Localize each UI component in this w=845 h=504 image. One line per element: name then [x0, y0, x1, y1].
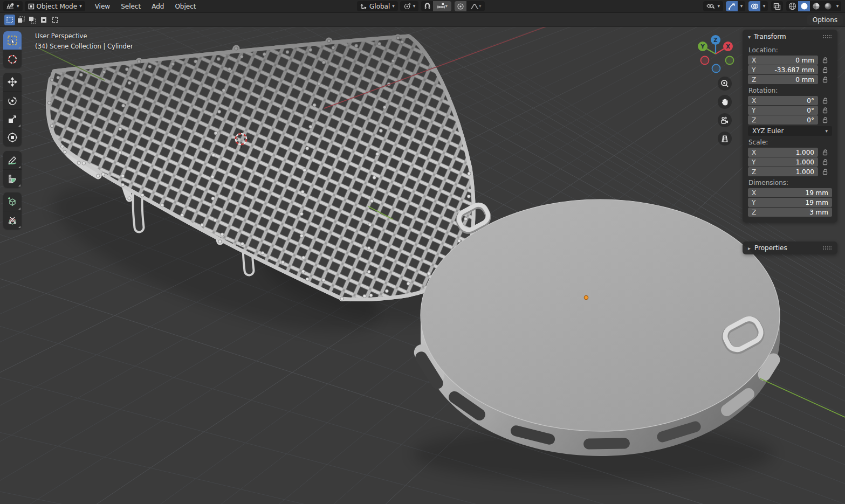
- show-overlays-toggle[interactable]: [748, 1, 760, 11]
- properties-panel-collapsed[interactable]: ▸ Properties: [743, 241, 837, 254]
- select-mode-new-button[interactable]: [4, 15, 15, 25]
- rot-rows-x-field[interactable]: X0°: [748, 96, 818, 105]
- pivot-point-icon: [403, 3, 411, 10]
- axis-letter: Y: [752, 107, 755, 114]
- value-row-y: Y1.000: [748, 157, 832, 167]
- loc-rows-z-field[interactable]: Z0 mm: [748, 75, 818, 84]
- move-tool-icon: [7, 77, 18, 87]
- select-mode-extend-button[interactable]: [16, 15, 26, 25]
- snap-toggle-button[interactable]: [421, 1, 433, 11]
- cursor-tool-button[interactable]: [3, 50, 22, 68]
- transform-panel-header[interactable]: ▾ Transform: [748, 30, 832, 44]
- move-tool-button[interactable]: [3, 73, 22, 91]
- dim-rows-z-field[interactable]: Z3 mm: [748, 208, 832, 217]
- falloff-dropdown[interactable]: ▾: [466, 1, 485, 11]
- object-visibility-dropdown[interactable]: ▾: [703, 1, 723, 11]
- cut-tool-button[interactable]: [3, 211, 22, 229]
- chevron-down-icon: ▾: [763, 4, 766, 9]
- subtool-indicator: [18, 166, 20, 168]
- pan-hand-button[interactable]: [718, 95, 732, 109]
- viewport-3d[interactable]: User Perspective (34) Scene Collection |…: [0, 27, 845, 504]
- shading-dropdown[interactable]: ▾: [834, 1, 841, 11]
- menu-view[interactable]: View: [90, 1, 115, 12]
- rot-rows-y-field[interactable]: Y0°: [748, 106, 818, 115]
- show-gizmo-toggle[interactable]: [726, 1, 738, 11]
- loc-rows-x-field[interactable]: X0 mm: [748, 56, 818, 65]
- select-mode-group: [4, 15, 61, 25]
- loc-rows-y-field[interactable]: Y-33.687 mm: [748, 65, 818, 74]
- shading-rendered-button[interactable]: [822, 1, 834, 11]
- dimensions-label: Dimensions:: [748, 179, 832, 187]
- menu-object[interactable]: Object: [169, 1, 201, 12]
- camera-view-button[interactable]: [718, 113, 732, 127]
- axis-letter: Z: [752, 116, 756, 124]
- scale-rows-z-field[interactable]: Z1.000: [748, 167, 818, 176]
- lock-toggle[interactable]: [818, 149, 832, 156]
- axis-letter: Z: [752, 209, 756, 216]
- gizmo-neg-x-ball[interactable]: [701, 57, 709, 65]
- grid-ortho-button[interactable]: [718, 132, 732, 146]
- gizmo-dropdown[interactable]: ▾: [738, 1, 745, 11]
- pivot-point-dropdown[interactable]: ▾: [400, 1, 419, 11]
- options-button[interactable]: Options: [807, 15, 843, 25]
- scale-label: Scale:: [748, 139, 832, 146]
- zoom-button[interactable]: [718, 77, 732, 91]
- disc-object[interactable]: [411, 199, 782, 456]
- snap-settings-dropdown[interactable]: ▾: [433, 1, 451, 11]
- scale-rows-y-field[interactable]: Y1.000: [748, 157, 818, 167]
- falloff-curve-icon: [470, 3, 479, 10]
- value-row-z: Z1.000: [748, 167, 832, 176]
- lock-open-icon: [822, 98, 828, 104]
- transform-tool-button[interactable]: [3, 128, 22, 146]
- dim-rows-x-field[interactable]: X19 mm: [748, 188, 832, 197]
- lock-toggle[interactable]: [818, 117, 832, 123]
- lock-toggle[interactable]: [818, 98, 832, 104]
- shading-material-button[interactable]: [810, 1, 822, 11]
- dim-rows-y-field[interactable]: Y19 mm: [748, 198, 832, 207]
- scale-rows-x-field[interactable]: X1.000: [748, 148, 818, 157]
- panel-grip-icon[interactable]: [822, 34, 832, 39]
- scale-rows: X1.000Y1.000Z1.000: [748, 148, 832, 176]
- rot-rows-z-field[interactable]: Z0°: [748, 115, 818, 125]
- gizmo-neg-z-ball[interactable]: [712, 65, 720, 73]
- annotate-tool-button[interactable]: [3, 151, 22, 169]
- measure-tool-button[interactable]: [3, 169, 22, 188]
- axis-value: 0°: [807, 116, 814, 124]
- lock-toggle[interactable]: [818, 107, 832, 114]
- select-box-tool-icon: [7, 35, 18, 46]
- cursor-tool-icon: [7, 54, 18, 65]
- lock-toggle[interactable]: [818, 67, 832, 73]
- lock-toggle[interactable]: [818, 169, 832, 175]
- rotation-mode-dropdown[interactable]: XYZ Euler ▾: [748, 126, 832, 136]
- add-cube-tool-button[interactable]: [3, 192, 22, 211]
- camera-view-icon: [720, 115, 730, 125]
- navigation-gizmo[interactable]: ZYX: [691, 32, 740, 81]
- shading-wireframe-button[interactable]: [786, 1, 798, 11]
- proportional-editing-toggle[interactable]: [455, 1, 466, 11]
- gizmo-axis-label: Z: [713, 37, 717, 43]
- transform-panel: ▾ Transform Location: X0 mmY-33.687 mmZ0…: [743, 30, 837, 223]
- select-mode-intersect-button[interactable]: [50, 15, 60, 25]
- lock-toggle[interactable]: [818, 159, 832, 165]
- select-mode-subtract-button[interactable]: [27, 15, 38, 25]
- orientation-dropdown[interactable]: Global ▾: [357, 1, 398, 11]
- gizmo-neg-y-ball[interactable]: [726, 57, 734, 65]
- mode-dropdown[interactable]: Object Mode ▾: [25, 1, 85, 11]
- overlays-dropdown[interactable]: ▾: [760, 1, 768, 11]
- rotate-tool-button[interactable]: [3, 91, 22, 109]
- grid-ortho-icon: [720, 134, 730, 143]
- add-cube-tool-icon: [7, 196, 18, 207]
- menu-select[interactable]: Select: [115, 1, 146, 12]
- lock-toggle[interactable]: [818, 77, 832, 83]
- select-mode-invert-button[interactable]: [38, 15, 49, 25]
- select-box-tool-button[interactable]: [3, 31, 22, 50]
- editor-type-button[interactable]: ▾: [3, 1, 23, 11]
- scale-tool-icon: [7, 114, 18, 125]
- shading-solid-button[interactable]: [798, 1, 810, 11]
- scale-tool-button[interactable]: [3, 109, 22, 128]
- lock-toggle[interactable]: [818, 57, 832, 64]
- xray-toggle[interactable]: [771, 1, 783, 11]
- menu-add[interactable]: Add: [146, 1, 169, 12]
- mode-label: Object Mode: [37, 3, 78, 10]
- orientation-axes-icon: [360, 3, 367, 10]
